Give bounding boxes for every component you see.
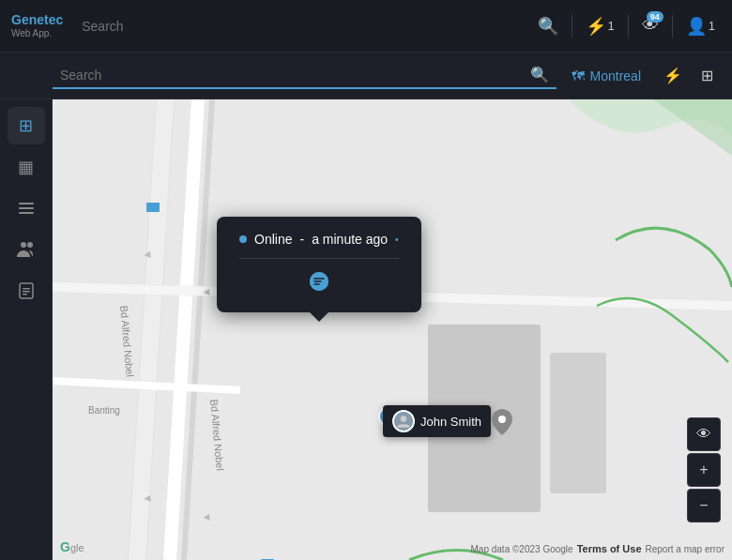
zoom-in-button[interactable]: +	[687, 453, 721, 487]
google-rest: gle	[70, 542, 84, 553]
map-layers-button[interactable]: ⊞	[694, 61, 721, 90]
svg-rect-0	[19, 203, 34, 204]
reports-icon	[18, 281, 35, 300]
nav-separator-1	[572, 15, 572, 38]
tooltip-arrow	[310, 312, 328, 322]
sidebar-item-list[interactable]	[8, 189, 45, 227]
avatar-image	[394, 410, 413, 432]
top-search-input[interactable]	[82, 19, 269, 34]
zoom-out-button[interactable]: −	[687, 489, 721, 522]
map-city-selector[interactable]: 🗺 Montreal	[557, 68, 656, 83]
top-navbar: Genetec Web App. 🔍 ⚡ 1 👁 94 👤 1	[0, 0, 732, 53]
svg-rect-1	[19, 207, 34, 209]
avatar	[392, 410, 415, 432]
map-bar: 🔍 🗺 Montreal ⚡ ⊞	[0, 53, 732, 99]
eye-control-button[interactable]: 👁	[687, 417, 721, 451]
google-g: G	[60, 539, 70, 554]
activity-count: 1	[608, 19, 615, 33]
dashboard-icon: ⊞	[19, 115, 33, 136]
svg-rect-6	[23, 288, 30, 290]
sidebar-item-grid[interactable]: ▦	[8, 148, 45, 186]
location-pin-icon	[492, 409, 512, 435]
svg-point-4	[27, 242, 33, 248]
map-lightning-icon: ⚡	[663, 68, 682, 83]
lightning-icon: ⚡	[586, 16, 606, 37]
svg-point-28	[498, 416, 506, 423]
sidebar: ⊞ ▦	[0, 99, 53, 560]
top-nav-icons: 🔍 ⚡ 1 👁 94 👤 1	[532, 10, 721, 42]
people-icon	[16, 240, 37, 259]
svg-rect-7	[23, 291, 30, 293]
nav-separator-2	[628, 15, 629, 38]
monitoring-badge: 94	[647, 11, 663, 23]
map-search-wrap[interactable]: 🔍	[53, 62, 557, 89]
search-icon-btn[interactable]: 🔍	[532, 10, 564, 42]
grid-icon: ▦	[18, 157, 34, 177]
tooltip-divider	[239, 258, 399, 259]
sidebar-item-people[interactable]	[8, 231, 45, 268]
tooltip-dot-indicator: •	[395, 235, 399, 245]
logo: Genetec Web App.	[11, 13, 63, 38]
top-search-area[interactable]	[82, 19, 269, 34]
map-search-icon: 🔍	[530, 66, 549, 83]
sidebar-item-dashboard[interactable]: ⊞	[8, 107, 45, 144]
svg-text:▼: ▼	[200, 286, 214, 298]
list-view-icon	[17, 199, 36, 218]
tooltip-time: a minute ago	[312, 232, 388, 247]
svg-text:Banting: Banting	[88, 405, 120, 416]
map-lightning-button[interactable]: ⚡	[656, 61, 690, 90]
plus-icon: +	[699, 462, 708, 478]
map-container[interactable]: ▼ ▼ ▼ ▼ Bd Alfred Nobel Bd Alfred Nobel …	[53, 99, 732, 560]
tooltip-message-icon[interactable]	[239, 270, 399, 297]
main-layout: ⊞ ▦	[0, 99, 732, 560]
user-button[interactable]: 👤 1	[680, 10, 721, 42]
nav-separator-3	[672, 15, 673, 38]
svg-rect-8	[23, 294, 27, 295]
logo-genetec: Genetec	[11, 13, 63, 27]
map-tooltip: Online - a minute ago •	[217, 217, 421, 312]
report-link[interactable]: Report a map error	[646, 544, 724, 554]
svg-rect-21	[146, 203, 160, 212]
tooltip-status-text: Online	[254, 232, 292, 247]
svg-point-27	[401, 416, 407, 422]
svg-text:▼: ▼	[141, 492, 155, 505]
monitoring-button[interactable]: 👁 94	[636, 10, 664, 41]
map-attribution: Map data ©2023 Google Terms of Use Repor…	[53, 543, 732, 554]
map-layers-icon: ⊞	[701, 68, 713, 83]
tooltip-status-row: Online - a minute ago •	[239, 232, 399, 247]
map-controls: 👁 + −	[687, 417, 721, 522]
activity-button[interactable]: ⚡ 1	[580, 10, 620, 42]
sidebar-item-reports[interactable]	[8, 272, 45, 310]
map-icon: 🗺	[572, 68, 585, 83]
person-name: John Smith	[420, 415, 481, 429]
user-count: 1	[709, 19, 715, 33]
logo-sub: Web App.	[11, 28, 63, 38]
map-city-label: Montreal	[590, 68, 641, 83]
map-pin	[492, 409, 512, 441]
tooltip-separator: -	[299, 232, 304, 247]
map-background: ▼ ▼ ▼ ▼ Bd Alfred Nobel Bd Alfred Nobel …	[53, 99, 732, 560]
svg-rect-2	[19, 212, 34, 214]
map-bar-right: ⚡ ⊞	[656, 61, 732, 90]
svg-rect-13	[550, 353, 606, 493]
terms-link[interactable]: Terms of Use	[577, 543, 642, 554]
svg-point-3	[21, 242, 26, 248]
google-watermark: Ggle	[60, 539, 84, 554]
eye-icon: 👁	[696, 426, 711, 443]
user-icon: 👤	[686, 16, 707, 37]
svg-text:▼: ▼	[141, 249, 155, 261]
map-search-input[interactable]	[60, 68, 523, 83]
status-dot	[239, 235, 247, 243]
svg-text:▼: ▼	[200, 511, 214, 523]
message-icon	[308, 270, 330, 293]
minus-icon: −	[699, 497, 708, 514]
name-label-marker[interactable]: John Smith	[383, 405, 491, 437]
map-data-text: Map data ©2023 Google	[471, 544, 573, 554]
